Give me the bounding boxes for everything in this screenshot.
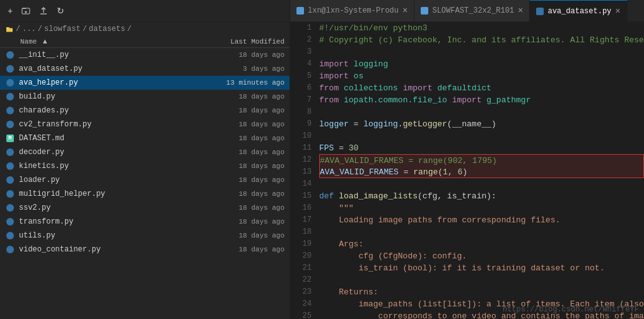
code-line: corresponds to one video and contains th… bbox=[319, 310, 644, 319]
file-name: utils.py bbox=[19, 231, 233, 240]
line-number: 18 bbox=[290, 226, 312, 238]
list-item[interactable]: ava_helper.py13 minutes ago bbox=[0, 76, 290, 90]
file-name: multigrid_helper.py bbox=[19, 190, 233, 198]
code-panel-wrapper: 1234567891011121314151617181920212223242… bbox=[290, 22, 644, 319]
breadcrumb-sep4: / bbox=[127, 25, 131, 33]
code-line bbox=[319, 274, 644, 286]
code-line: def load_image_lists(cfg, is_train): bbox=[319, 190, 644, 202]
list-item[interactable]: ssv2.py18 days ago bbox=[0, 201, 290, 215]
code-line: is_train (bool): if it is training datas… bbox=[319, 262, 644, 274]
file-date: 18 days ago bbox=[238, 107, 284, 114]
refresh-button[interactable]: ↻ bbox=[54, 4, 67, 17]
file-date: 18 days ago bbox=[238, 148, 284, 156]
tab-ava-dataset[interactable]: ava_dataset.py × bbox=[530, 0, 627, 21]
code-line bbox=[319, 46, 644, 58]
file-panel: / ... / slowfast / datasets / Name ▲ Las… bbox=[0, 22, 290, 319]
file-name: decoder.py bbox=[19, 148, 233, 157]
code-editor[interactable]: 1234567891011121314151617181920212223242… bbox=[290, 22, 644, 319]
tab-terminal-lxn[interactable]: lxn@lxn-System-Produ × bbox=[290, 0, 414, 21]
file-date: 18 days ago bbox=[238, 246, 284, 253]
new-folder-button[interactable] bbox=[19, 5, 33, 16]
tab-ava-close[interactable]: × bbox=[615, 7, 620, 16]
breadcrumb: / ... / slowfast / datasets / bbox=[0, 22, 290, 36]
list-item[interactable]: MDATASET.md18 days ago bbox=[0, 131, 290, 145]
file-date: 18 days ago bbox=[238, 93, 284, 100]
breadcrumb-datasets[interactable]: datasets bbox=[89, 25, 126, 33]
line-number: 22 bbox=[290, 274, 312, 286]
breadcrumb-dots[interactable]: ... bbox=[22, 25, 36, 33]
line-number: 3 bbox=[290, 46, 312, 58]
file-name: kinetics.py bbox=[19, 162, 233, 171]
upload-button[interactable] bbox=[37, 5, 50, 16]
list-item[interactable]: loader.py18 days ago bbox=[0, 173, 290, 187]
tab-bar: + ↻ lxn@lxn-System-Produ × SLOWF bbox=[0, 0, 644, 22]
folder-icon bbox=[5, 25, 14, 33]
line-number: 5 bbox=[290, 70, 312, 82]
breadcrumb-sep2: / bbox=[38, 25, 42, 33]
file-date: 18 days ago bbox=[238, 190, 284, 198]
line-number: 17 bbox=[290, 214, 312, 226]
line-number: 25 bbox=[290, 310, 312, 319]
list-item[interactable]: video_container.py18 days ago bbox=[0, 243, 290, 256]
file-name: __init__.py bbox=[19, 51, 233, 59]
breadcrumb-sep1: / bbox=[16, 25, 20, 33]
list-item[interactable]: decoder.py18 days ago bbox=[0, 145, 290, 159]
list-item[interactable]: ava_dataset.py3 days ago bbox=[0, 62, 290, 76]
breadcrumb-slowfast[interactable]: slowfast bbox=[44, 25, 81, 33]
list-item[interactable]: utils.py18 days ago bbox=[0, 229, 290, 243]
line-number: 23 bbox=[290, 286, 312, 298]
code-line: #!/usr/bin/env python3 bbox=[319, 22, 644, 34]
file-date: 18 days ago bbox=[238, 232, 284, 239]
file-icon-py bbox=[5, 161, 15, 171]
terminal-icon-2 bbox=[421, 7, 428, 15]
tab-slowfast[interactable]: SLOWFAST_32x2_R101 × bbox=[414, 0, 530, 21]
file-list: __init__.py18 days agoava_dataset.py3 da… bbox=[0, 48, 290, 319]
file-icon-py bbox=[5, 175, 15, 185]
line-number: 7 bbox=[290, 94, 312, 106]
file-icon-py bbox=[5, 231, 15, 241]
file-icon-py bbox=[5, 244, 15, 255]
file-name: ava_helper.py bbox=[19, 78, 221, 87]
list-item[interactable]: multigrid_helper.py18 days ago bbox=[0, 187, 290, 201]
tab-slowfast-close[interactable]: × bbox=[518, 6, 523, 15]
list-item[interactable]: build.py18 days ago bbox=[0, 90, 290, 104]
list-item[interactable]: charades.py18 days ago bbox=[0, 104, 290, 117]
code-line: import os bbox=[319, 70, 644, 82]
list-item[interactable]: __init__.py18 days ago bbox=[0, 48, 290, 62]
line-number: 4 bbox=[290, 58, 312, 70]
line-number: 21 bbox=[290, 262, 312, 274]
line-number: 1 bbox=[290, 22, 312, 34]
line-number: 20 bbox=[290, 250, 312, 262]
list-item[interactable]: transform.py18 days ago bbox=[0, 215, 290, 229]
tab-slowfast-label: SLOWFAST_32x2_R101 bbox=[432, 6, 514, 15]
tab-terminal-lxn-close[interactable]: × bbox=[402, 6, 407, 15]
line-number: 12 bbox=[290, 154, 312, 166]
code-line bbox=[319, 106, 644, 118]
file-icon-py bbox=[5, 92, 15, 102]
code-line: AVA_VALID_FRAMES = range(1, 6) bbox=[319, 166, 644, 178]
code-line: Args: bbox=[319, 238, 644, 250]
code-line bbox=[319, 178, 644, 190]
file-date: 18 days ago bbox=[238, 204, 284, 212]
code-line: Returns: bbox=[319, 286, 644, 298]
line-number: 13 bbox=[290, 166, 312, 178]
code-line: Loading image paths from corresponding f… bbox=[319, 214, 644, 226]
column-modified[interactable]: Last Modified bbox=[230, 38, 284, 45]
new-file-button[interactable]: + bbox=[5, 4, 15, 17]
main-area: / ... / slowfast / datasets / Name ▲ Las… bbox=[0, 22, 644, 319]
file-date: 18 days ago bbox=[238, 218, 284, 226]
line-number: 8 bbox=[290, 106, 312, 118]
line-number: 15 bbox=[290, 190, 312, 202]
file-icon-py bbox=[5, 217, 15, 227]
list-item[interactable]: kinetics.py18 days ago bbox=[0, 159, 290, 173]
file-date: 18 days ago bbox=[238, 162, 284, 170]
code-content[interactable]: #!/usr/bin/env python3# Copyright (c) Fa… bbox=[317, 22, 644, 319]
code-line: from iopath.common.file_io import g_path… bbox=[319, 94, 644, 106]
file-date: 3 days ago bbox=[243, 65, 284, 73]
list-item[interactable]: cv2_transform.py18 days ago bbox=[0, 117, 290, 131]
line-number: 2 bbox=[290, 34, 312, 46]
file-date: 18 days ago bbox=[238, 135, 284, 142]
code-line: cfg (CfgNode): config. bbox=[319, 250, 644, 262]
column-name[interactable]: Name ▲ bbox=[20, 38, 47, 45]
line-number: 24 bbox=[290, 298, 312, 310]
